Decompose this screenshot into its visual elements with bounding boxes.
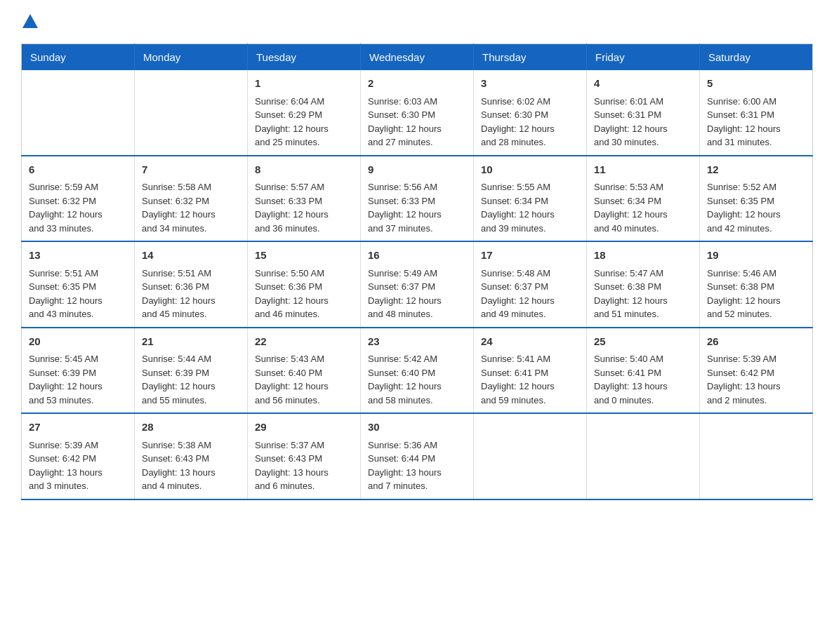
day-number: 1 xyxy=(255,76,353,92)
day-number: 25 xyxy=(594,334,692,350)
calendar-cell: 3Sunrise: 6:02 AM Sunset: 6:30 PM Daylig… xyxy=(474,70,587,156)
calendar-week-row: 6Sunrise: 5:59 AM Sunset: 6:32 PM Daylig… xyxy=(22,156,813,242)
calendar-cell: 21Sunrise: 5:44 AM Sunset: 6:39 PM Dayli… xyxy=(135,328,248,414)
day-number: 2 xyxy=(368,76,466,92)
calendar-cell: 11Sunrise: 5:53 AM Sunset: 6:34 PM Dayli… xyxy=(587,156,700,242)
day-number: 10 xyxy=(481,162,579,178)
day-info: Sunrise: 5:59 AM Sunset: 6:32 PM Dayligh… xyxy=(29,180,127,235)
day-info: Sunrise: 5:47 AM Sunset: 6:38 PM Dayligh… xyxy=(594,267,692,321)
calendar-table: SundayMondayTuesdayWednesdayThursdayFrid… xyxy=(21,43,813,500)
calendar-cell: 10Sunrise: 5:55 AM Sunset: 6:34 PM Dayli… xyxy=(474,156,587,242)
calendar-week-row: 1Sunrise: 6:04 AM Sunset: 6:29 PM Daylig… xyxy=(22,70,813,156)
logo-wordmark xyxy=(21,14,38,32)
day-info: Sunrise: 6:02 AM Sunset: 6:30 PM Dayligh… xyxy=(481,95,579,149)
day-header-wednesday: Wednesday xyxy=(361,44,474,71)
day-info: Sunrise: 5:40 AM Sunset: 6:41 PM Dayligh… xyxy=(594,352,692,407)
calendar-cell: 5Sunrise: 6:00 AM Sunset: 6:31 PM Daylig… xyxy=(700,70,813,156)
calendar-week-row: 13Sunrise: 5:51 AM Sunset: 6:35 PM Dayli… xyxy=(22,241,813,328)
day-number: 23 xyxy=(368,334,466,350)
day-info: Sunrise: 5:38 AM Sunset: 6:43 PM Dayligh… xyxy=(142,438,240,493)
calendar-cell xyxy=(474,413,587,499)
calendar-cell: 6Sunrise: 5:59 AM Sunset: 6:32 PM Daylig… xyxy=(22,156,135,242)
day-header-tuesday: Tuesday xyxy=(248,44,361,71)
day-header-thursday: Thursday xyxy=(474,44,587,71)
day-header-friday: Friday xyxy=(587,44,700,71)
calendar-cell: 23Sunrise: 5:42 AM Sunset: 6:40 PM Dayli… xyxy=(361,328,474,414)
calendar-cell: 29Sunrise: 5:37 AM Sunset: 6:43 PM Dayli… xyxy=(248,413,361,499)
calendar-cell: 13Sunrise: 5:51 AM Sunset: 6:35 PM Dayli… xyxy=(22,241,135,328)
day-number: 17 xyxy=(481,248,579,264)
calendar-header-row: SundayMondayTuesdayWednesdayThursdayFrid… xyxy=(22,44,813,71)
svg-marker-0 xyxy=(22,14,38,28)
day-number: 27 xyxy=(29,420,127,436)
calendar-week-row: 27Sunrise: 5:39 AM Sunset: 6:42 PM Dayli… xyxy=(22,413,813,499)
day-number: 24 xyxy=(481,334,579,350)
day-info: Sunrise: 5:48 AM Sunset: 6:37 PM Dayligh… xyxy=(481,267,579,321)
day-info: Sunrise: 6:00 AM Sunset: 6:31 PM Dayligh… xyxy=(707,95,805,149)
calendar-cell: 22Sunrise: 5:43 AM Sunset: 6:40 PM Dayli… xyxy=(248,328,361,414)
day-info: Sunrise: 5:51 AM Sunset: 6:36 PM Dayligh… xyxy=(142,267,240,321)
day-number: 5 xyxy=(707,76,805,92)
calendar-cell: 9Sunrise: 5:56 AM Sunset: 6:33 PM Daylig… xyxy=(361,156,474,242)
day-info: Sunrise: 5:53 AM Sunset: 6:34 PM Dayligh… xyxy=(594,180,692,235)
calendar-cell: 25Sunrise: 5:40 AM Sunset: 6:41 PM Dayli… xyxy=(587,328,700,414)
day-number: 6 xyxy=(29,162,127,178)
calendar-cell: 8Sunrise: 5:57 AM Sunset: 6:33 PM Daylig… xyxy=(248,156,361,242)
day-info: Sunrise: 6:01 AM Sunset: 6:31 PM Dayligh… xyxy=(594,95,692,149)
day-info: Sunrise: 5:44 AM Sunset: 6:39 PM Dayligh… xyxy=(142,352,240,407)
calendar-cell: 14Sunrise: 5:51 AM Sunset: 6:36 PM Dayli… xyxy=(135,241,248,328)
logo-icon xyxy=(22,14,38,28)
calendar-cell: 28Sunrise: 5:38 AM Sunset: 6:43 PM Dayli… xyxy=(135,413,248,499)
calendar-cell xyxy=(700,413,813,499)
calendar-cell xyxy=(587,413,700,499)
day-number: 14 xyxy=(142,248,240,264)
day-info: Sunrise: 5:45 AM Sunset: 6:39 PM Dayligh… xyxy=(29,352,127,407)
day-number: 4 xyxy=(594,76,692,92)
day-number: 28 xyxy=(142,420,240,436)
day-header-monday: Monday xyxy=(135,44,248,71)
day-number: 30 xyxy=(368,420,466,436)
calendar-cell xyxy=(135,70,248,156)
day-info: Sunrise: 5:39 AM Sunset: 6:42 PM Dayligh… xyxy=(29,438,127,493)
calendar-cell: 15Sunrise: 5:50 AM Sunset: 6:36 PM Dayli… xyxy=(248,241,361,328)
calendar-week-row: 20Sunrise: 5:45 AM Sunset: 6:39 PM Dayli… xyxy=(22,328,813,414)
day-number: 8 xyxy=(255,162,353,178)
day-header-saturday: Saturday xyxy=(700,44,813,71)
day-number: 7 xyxy=(142,162,240,178)
logo xyxy=(21,14,38,32)
day-info: Sunrise: 5:37 AM Sunset: 6:43 PM Dayligh… xyxy=(255,438,353,493)
calendar-cell: 12Sunrise: 5:52 AM Sunset: 6:35 PM Dayli… xyxy=(700,156,813,242)
day-number: 22 xyxy=(255,334,353,350)
day-info: Sunrise: 5:57 AM Sunset: 6:33 PM Dayligh… xyxy=(255,180,353,235)
day-info: Sunrise: 5:52 AM Sunset: 6:35 PM Dayligh… xyxy=(707,180,805,235)
calendar-cell: 27Sunrise: 5:39 AM Sunset: 6:42 PM Dayli… xyxy=(22,413,135,499)
day-info: Sunrise: 5:41 AM Sunset: 6:41 PM Dayligh… xyxy=(481,352,579,407)
day-number: 18 xyxy=(594,248,692,264)
day-number: 12 xyxy=(707,162,805,178)
day-info: Sunrise: 5:51 AM Sunset: 6:35 PM Dayligh… xyxy=(29,267,127,321)
day-info: Sunrise: 5:58 AM Sunset: 6:32 PM Dayligh… xyxy=(142,180,240,235)
day-info: Sunrise: 5:55 AM Sunset: 6:34 PM Dayligh… xyxy=(481,180,579,235)
calendar-cell: 1Sunrise: 6:04 AM Sunset: 6:29 PM Daylig… xyxy=(248,70,361,156)
calendar-cell: 2Sunrise: 6:03 AM Sunset: 6:30 PM Daylig… xyxy=(361,70,474,156)
day-info: Sunrise: 6:03 AM Sunset: 6:30 PM Dayligh… xyxy=(368,95,466,149)
day-info: Sunrise: 5:49 AM Sunset: 6:37 PM Dayligh… xyxy=(368,267,466,321)
calendar-cell: 4Sunrise: 6:01 AM Sunset: 6:31 PM Daylig… xyxy=(587,70,700,156)
day-number: 13 xyxy=(29,248,127,264)
calendar-cell: 20Sunrise: 5:45 AM Sunset: 6:39 PM Dayli… xyxy=(22,328,135,414)
calendar-cell: 17Sunrise: 5:48 AM Sunset: 6:37 PM Dayli… xyxy=(474,241,587,328)
day-number: 19 xyxy=(707,248,805,264)
day-info: Sunrise: 5:43 AM Sunset: 6:40 PM Dayligh… xyxy=(255,352,353,407)
calendar-cell: 16Sunrise: 5:49 AM Sunset: 6:37 PM Dayli… xyxy=(361,241,474,328)
day-number: 3 xyxy=(481,76,579,92)
day-number: 11 xyxy=(594,162,692,178)
day-info: Sunrise: 5:56 AM Sunset: 6:33 PM Dayligh… xyxy=(368,180,466,235)
day-number: 21 xyxy=(142,334,240,350)
day-info: Sunrise: 5:36 AM Sunset: 6:44 PM Dayligh… xyxy=(368,438,466,493)
day-header-sunday: Sunday xyxy=(22,44,135,71)
calendar-cell: 18Sunrise: 5:47 AM Sunset: 6:38 PM Dayli… xyxy=(587,241,700,328)
calendar-cell: 19Sunrise: 5:46 AM Sunset: 6:38 PM Dayli… xyxy=(700,241,813,328)
page-header xyxy=(21,14,813,32)
day-number: 15 xyxy=(255,248,353,264)
calendar-cell: 7Sunrise: 5:58 AM Sunset: 6:32 PM Daylig… xyxy=(135,156,248,242)
